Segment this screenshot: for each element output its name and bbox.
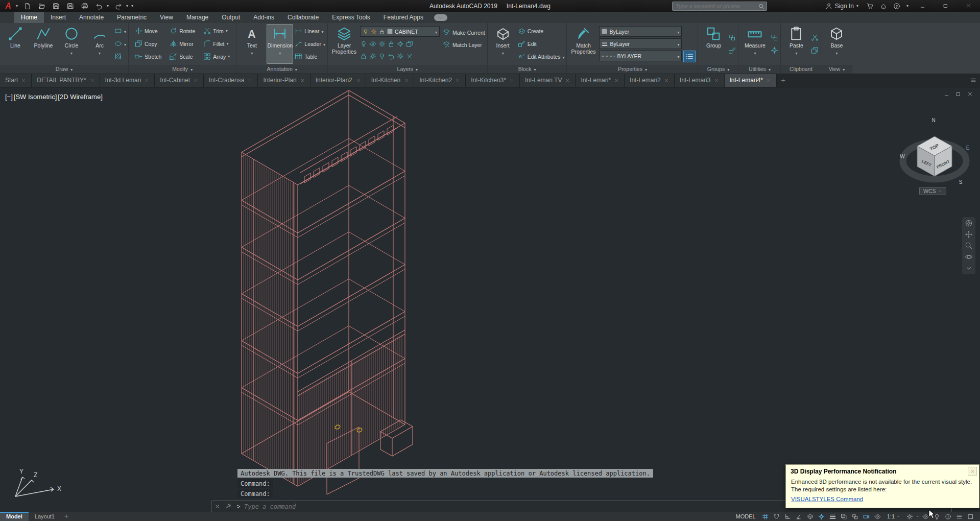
workspace-chevron-icon[interactable] (916, 514, 920, 518)
file-tab-close-icon[interactable] (767, 78, 771, 83)
layout1-tab[interactable]: Layout1 (29, 512, 61, 521)
layer-color-swatch[interactable] (387, 29, 393, 34)
circle-chevron-icon[interactable] (70, 50, 73, 56)
match-layer-button[interactable]: Match Layer (443, 38, 485, 51)
file-tab-close-icon[interactable] (456, 78, 460, 83)
command-close-icon[interactable] (211, 501, 223, 512)
file-tab-close-icon[interactable] (90, 78, 94, 83)
file-tab-close-icon[interactable] (248, 78, 252, 83)
save-icon[interactable] (50, 0, 63, 12)
wcs-selector[interactable]: WCS (919, 187, 946, 195)
selection-cycling-toggle-icon[interactable] (850, 512, 861, 521)
layer-freeze-icon[interactable] (378, 40, 386, 48)
redo-chevron-icon[interactable] (126, 4, 130, 8)
file-tab-close-icon[interactable] (21, 78, 26, 83)
rectangle-chevron-icon[interactable] (124, 28, 126, 34)
model-tab[interactable]: Model (0, 512, 29, 521)
compass-north-label[interactable]: N (931, 117, 935, 123)
undo-icon[interactable] (92, 0, 106, 12)
plot-icon[interactable] (78, 0, 91, 12)
copy-clip-button[interactable] (811, 44, 819, 57)
orbit-icon[interactable] (965, 253, 973, 261)
customization-menu-icon[interactable] (954, 512, 965, 521)
measure-chevron-icon[interactable] (754, 50, 756, 56)
zoom-icon[interactable] (965, 242, 973, 250)
app-store-cart-icon[interactable] (867, 3, 874, 10)
layer-thaw-all-icon[interactable] (369, 53, 376, 60)
layer-delete-icon[interactable] (406, 53, 413, 60)
layer-properties-button[interactable]: Layer Properties (330, 24, 358, 64)
panel-label-modify[interactable]: Modify (129, 65, 236, 74)
text-button[interactable]: A Text (238, 24, 265, 64)
workspace-gear-icon[interactable] (904, 512, 915, 521)
layer-thaw-sun-icon[interactable] (371, 29, 377, 35)
transparency-toggle-icon[interactable] (839, 512, 849, 521)
sign-in-button[interactable]: Sign In (825, 3, 861, 10)
file-tab-close-icon[interactable] (300, 78, 305, 83)
modify-button[interactable]: Stretch (135, 50, 163, 63)
ribbon-tab[interactable]: Collaborate (281, 12, 325, 23)
modify-button[interactable]: Trim ▾ (203, 25, 230, 37)
layer-on-all-icon[interactable] (378, 53, 386, 60)
doc-minimize-icon[interactable] (944, 91, 949, 97)
hatch-tool-button[interactable] (114, 50, 126, 63)
graphics-performance-icon[interactable] (943, 512, 953, 521)
quick-select-button[interactable] (771, 31, 778, 44)
file-tab-close-icon[interactable] (145, 78, 149, 83)
lineweight-combo[interactable]: ByLayer (599, 38, 682, 49)
search-icon[interactable] (758, 3, 764, 9)
visualstyles-command-link[interactable]: VISUALSTYLES Command (791, 495, 863, 503)
file-tab[interactable]: Int-Kitchen3* (466, 74, 520, 87)
file-tab-close-icon[interactable] (510, 78, 514, 83)
clean-screen-icon[interactable] (965, 512, 976, 521)
file-tab[interactable]: Interior-Plan (258, 74, 310, 87)
layer-state-icon[interactable] (397, 53, 404, 60)
ribbon-tab[interactable]: View (153, 12, 180, 23)
file-tab-close-icon[interactable] (614, 78, 619, 83)
undo-chevron-icon[interactable] (107, 4, 111, 8)
annotation-scale-control[interactable]: 1:1 (883, 513, 904, 519)
panel-label-annotation[interactable]: Annotation (236, 65, 327, 74)
layer-lock-tool-icon[interactable] (388, 40, 395, 48)
redo-icon[interactable] (112, 0, 125, 12)
steering-wheel-icon[interactable] (965, 219, 973, 227)
notification-close-button[interactable] (968, 467, 977, 476)
snap-toggle-icon[interactable] (771, 512, 782, 521)
group-edit-button[interactable] (728, 44, 736, 57)
rectangle-tool-button[interactable] (114, 25, 126, 37)
maximize-button[interactable] (934, 0, 957, 12)
ribbon-tab[interactable]: Parametric (110, 12, 153, 23)
help-icon[interactable]: ? (893, 3, 900, 10)
layer-off-icon[interactable] (360, 40, 367, 48)
ribbon-options-button[interactable] (434, 12, 447, 23)
panel-label-utilities[interactable]: Utilities (738, 65, 780, 74)
linetype-combo[interactable]: BYLAYER (599, 51, 682, 61)
table-button[interactable]: Table (295, 50, 325, 63)
viewport-view-control[interactable]: [SW Isometric] (14, 93, 57, 101)
doc-restore-icon[interactable] (955, 91, 961, 97)
panel-label-properties[interactable]: Properties (567, 65, 698, 74)
arc-button[interactable]: Arc (86, 24, 113, 64)
file-tab[interactable]: Int-Kitchen (366, 74, 414, 87)
panel-label-block[interactable]: Block (488, 65, 567, 74)
compass-west-label[interactable]: W (900, 154, 905, 159)
app-menu-chevron-icon[interactable] (16, 4, 20, 8)
file-tab[interactable]: Int-Cabinet (155, 74, 204, 87)
ribbon-tab[interactable]: Output (215, 12, 247, 23)
modify-button[interactable]: Fillet ▾ (203, 37, 230, 50)
drawing-viewport[interactable]: XZY [−] [SW Isometric] [2D Wireframe] N … (0, 87, 980, 512)
ribbon-tab[interactable]: Manage (180, 12, 215, 23)
arc-chevron-icon[interactable] (99, 50, 101, 56)
osnap-toggle-icon[interactable] (816, 512, 827, 521)
linear-chevron-icon[interactable] (322, 28, 324, 34)
panel-label-groups[interactable]: Groups (698, 65, 738, 74)
leader-chevron-icon[interactable] (323, 41, 325, 47)
create-block-button[interactable]: Create (518, 25, 565, 37)
modify-button[interactable]: Rotate (170, 25, 197, 37)
modify-button[interactable]: Array ▾ (203, 50, 230, 63)
dimension-button[interactable]: Dimension (267, 24, 293, 64)
viewport-visual-style-control[interactable]: [2D Wireframe] (58, 93, 102, 101)
ribbon-tab[interactable]: Add-ins (247, 12, 281, 23)
properties-list-icon[interactable] (683, 51, 696, 62)
modify-button[interactable]: Scale (170, 50, 197, 63)
